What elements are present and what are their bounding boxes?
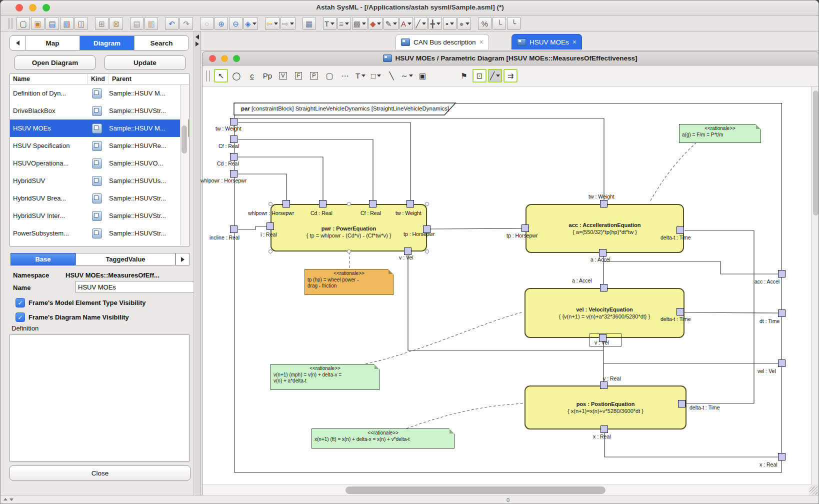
rounded-corner-icon[interactable]: ╰: [507, 17, 520, 30]
parameter-port[interactable]: [404, 248, 412, 255]
print-preview-icon[interactable]: ◫: [74, 17, 88, 30]
horizontal-scrollbar-thumb[interactable]: [346, 486, 606, 494]
parameter-port[interactable]: [778, 270, 786, 278]
dropdown-arrow-icon[interactable]: [466, 22, 470, 25]
constraint-block-vel[interactable]: vel : VelocityEquation { {v(n+1) = v(n)+…: [524, 288, 684, 338]
selection-handle[interactable]: [425, 202, 429, 206]
model-element-type-visibility-checkbox[interactable]: [16, 298, 25, 308]
forward-icon[interactable]: ⇨: [280, 17, 296, 30]
expand-right-icon[interactable]: [196, 42, 199, 46]
zoom-in-icon[interactable]: ⊕: [214, 17, 228, 30]
diagram-list-row[interactable]: HSUV Specification Sample::HSUVRe...: [10, 137, 189, 154]
diagram-list-row[interactable]: HybridSUV Brea... Sample::HSUVStr...: [10, 190, 189, 207]
parameter-port[interactable]: [230, 118, 238, 126]
sidebar-splitter[interactable]: [194, 32, 201, 504]
layer-icon[interactable]: ▩: [352, 17, 368, 30]
participant-property-icon[interactable]: P: [307, 69, 321, 82]
new-file-icon[interactable]: ▢: [16, 17, 30, 30]
divide-line-icon[interactable]: %: [478, 17, 492, 30]
note-tool-icon[interactable]: ▢: [322, 69, 336, 82]
tab-diagram[interactable]: Diagram: [80, 36, 134, 50]
anchor-tool-icon[interactable]: ⋯: [338, 69, 352, 82]
tree-layout-icon[interactable]: ╋: [428, 17, 442, 30]
parameter-port[interactable]: [778, 453, 786, 460]
diagram-list-row[interactable]: HSUVOperationa... Sample::HSUVO...: [10, 154, 189, 172]
more-tabs-button[interactable]: [176, 253, 190, 266]
fill-color-icon[interactable]: ◆: [368, 17, 383, 30]
fit-view-icon[interactable]: ◈: [244, 17, 258, 30]
name-field[interactable]: [76, 281, 194, 293]
sort-up-icon[interactable]: [4, 498, 8, 500]
map-view-icon[interactable]: ▦: [302, 17, 316, 30]
redo-icon[interactable]: ↷: [180, 17, 193, 30]
rect-tool-icon[interactable]: □: [369, 69, 383, 82]
dropdown-arrow-icon[interactable]: [496, 74, 500, 77]
copy-model-icon[interactable]: ⊞: [95, 17, 108, 30]
parameter-port[interactable]: [369, 200, 376, 208]
property-tool-icon[interactable]: Pp: [260, 69, 274, 82]
dropdown-arrow-icon[interactable]: [450, 22, 454, 25]
text-tool-icon[interactable]: T: [354, 69, 368, 82]
constraint-text-icon[interactable]: c: [245, 69, 259, 82]
zoom-icon[interactable]: ◌: [200, 17, 214, 30]
parameter-port[interactable]: [230, 153, 238, 160]
parameter-port[interactable]: [676, 308, 684, 316]
paste-icon[interactable]: ▥: [144, 17, 158, 30]
constraint-parameter-icon[interactable]: ⇉: [504, 69, 518, 82]
column-kind[interactable]: Kind: [88, 74, 109, 84]
dropdown-arrow-icon[interactable]: [330, 22, 334, 25]
tab-base[interactable]: Base: [10, 253, 76, 266]
corner-line-icon[interactable]: └: [492, 17, 506, 30]
select-pointer-icon[interactable]: ↖: [214, 69, 228, 82]
open-file-icon[interactable]: ▣: [31, 17, 44, 30]
dropdown-arrow-icon[interactable]: [252, 22, 256, 25]
print-icon[interactable]: ▥: [60, 17, 74, 30]
update-button[interactable]: Update: [104, 56, 186, 70]
dropdown-arrow-icon[interactable]: [408, 22, 412, 25]
parameter-port[interactable]: [230, 226, 238, 233]
definition-field[interactable]: [10, 334, 190, 462]
parameter-port[interactable]: [778, 310, 786, 317]
selection-handle[interactable]: [268, 202, 272, 206]
value-type-icon[interactable]: V: [276, 69, 290, 82]
parameter-port[interactable]: [600, 284, 608, 292]
close-button[interactable]: Close: [10, 466, 190, 480]
align-icon[interactable]: ≡: [338, 17, 351, 30]
column-name[interactable]: Name: [10, 74, 88, 84]
selection-handle[interactable]: [347, 202, 351, 206]
dropdown-arrow-icon[interactable]: [377, 74, 381, 77]
parameter-port[interactable]: [600, 382, 608, 389]
tab-search[interactable]: Search: [134, 36, 188, 50]
parameter-port[interactable]: [599, 334, 606, 342]
vertical-scrollbar-thumb[interactable]: [813, 90, 818, 216]
diagram-list-row[interactable]: HybridSUV Sample::HSUVUs...: [10, 172, 189, 190]
dropdown-arrow-icon[interactable]: [377, 22, 381, 25]
list-scrollbar[interactable]: [180, 84, 188, 246]
diagram-list-row[interactable]: PowerSubsystem... Sample::HSUVStr...: [10, 224, 189, 242]
dropdown-arrow-icon[interactable]: [362, 22, 366, 25]
flow-property-icon[interactable]: F: [292, 69, 306, 82]
tab-map[interactable]: Map: [26, 36, 80, 50]
sidebar-back-button[interactable]: [10, 36, 26, 50]
shape-icon[interactable]: ●: [458, 17, 471, 30]
close-tab-icon[interactable]: ×: [480, 38, 484, 46]
parameter-port[interactable]: [599, 249, 606, 256]
paste-model-icon[interactable]: ⊠: [110, 17, 123, 30]
rationale-note-acc[interactable]: <<rationale>> a(g) = F/m = P*t/m: [679, 124, 761, 143]
dropdown-arrow-icon[interactable]: [362, 74, 366, 77]
undo-icon[interactable]: ↶: [165, 17, 178, 30]
rationale-note-pwr[interactable]: <<rationale>> tp (hp) = wheel power - dr…: [304, 269, 394, 295]
diagram-list-row[interactable]: HSUV MOEs Sample::HSUV M...: [10, 120, 189, 137]
dropdown-arrow-icon[interactable]: [409, 74, 413, 77]
dropdown-arrow-icon[interactable]: [436, 22, 440, 25]
parameter-port[interactable]: [676, 226, 684, 234]
constraint-block-acc[interactable]: acc : AccellerationEquation { a=(550/32)…: [526, 204, 684, 253]
parameter-port[interactable]: [678, 400, 686, 408]
tab-hsuv-moes[interactable]: HSUV MOEs ×: [512, 34, 582, 50]
zoom-out-icon[interactable]: ⊖: [229, 17, 242, 30]
image-tool-icon[interactable]: ▣: [416, 69, 430, 82]
selection-handle[interactable]: [425, 250, 429, 254]
constraint-block-pos[interactable]: pos : PostionEquation { x(n+1)=x(n)+v*52…: [524, 386, 686, 430]
selection-handle[interactable]: [268, 250, 272, 254]
parameter-port[interactable]: [423, 226, 430, 233]
